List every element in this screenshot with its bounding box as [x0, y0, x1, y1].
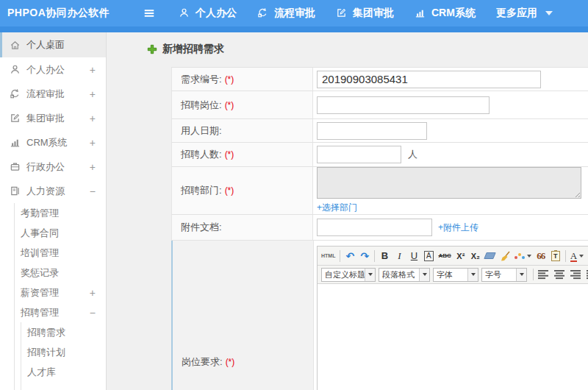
highlight-color-button[interactable]	[514, 249, 531, 263]
position-input[interactable]	[317, 96, 490, 114]
department-textarea[interactable]	[317, 167, 581, 199]
required-mark: (*)	[225, 74, 234, 85]
select-department-link[interactable]: +选择部门	[317, 202, 357, 214]
field-label-text: 岗位要求:	[182, 355, 223, 369]
nav-item-3[interactable]: 集团审批	[336, 7, 394, 20]
expand-plus-icon[interactable]: +	[90, 137, 96, 149]
unit-suffix: 人	[408, 148, 417, 161]
user-icon	[10, 64, 21, 75]
sidebar-item-7[interactable]: 人力资源−	[0, 179, 106, 203]
required-mark: (*)	[225, 100, 234, 110]
sidebar-item-3[interactable]: 流程审批+	[0, 82, 106, 106]
caret-down-icon	[545, 11, 553, 15]
sidebar-item-label: 薪资管理	[21, 286, 59, 299]
align-center-button[interactable]	[553, 269, 566, 280]
sidebar-item-15[interactable]: 招聘计划	[0, 342, 106, 362]
field-content	[313, 119, 588, 142]
expand-plus-icon[interactable]: +	[90, 287, 96, 299]
sidebar-item-label: CRM系统	[26, 136, 68, 149]
font-color-button[interactable]: A	[570, 249, 584, 263]
align-left-button[interactable]	[537, 269, 550, 280]
undo-button[interactable]: ↶	[345, 249, 355, 263]
select-label: 段落格式	[379, 269, 419, 280]
font-family-select[interactable]: 字体	[433, 268, 478, 282]
caret-down-icon	[579, 255, 584, 258]
sidebar-item-12[interactable]: 薪资管理+	[0, 283, 106, 302]
editor-toolbar-row1: HTML↶↷BIUAABCX²X₂66TAa	[318, 247, 588, 266]
html-source-button-glyph: HTML	[321, 253, 335, 258]
field-label: 附件文档:	[172, 215, 313, 240]
sidebar-item-1[interactable]: 个人桌面	[0, 32, 106, 57]
expand-plus-icon[interactable]: +	[90, 88, 96, 100]
expand-plus-icon[interactable]: +	[90, 64, 96, 76]
toolbar-separator	[533, 269, 534, 280]
user-icon	[179, 7, 190, 19]
sidebar-guide-line	[0, 382, 106, 390]
paste-text-button[interactable]: T	[551, 249, 561, 263]
redo-button[interactable]: ↷	[359, 249, 370, 263]
nav-item-2[interactable]: 流程审批	[257, 7, 315, 20]
sidebar-item-13[interactable]: 招聘管理−	[0, 302, 106, 322]
heading-select[interactable]: 自定义标题	[321, 268, 376, 282]
request-number-input[interactable]	[317, 71, 541, 88]
boxed-a-button[interactable]: A	[423, 249, 434, 263]
html-source-button[interactable]: HTML	[321, 249, 335, 263]
expand-plus-icon[interactable]: +	[90, 113, 96, 124]
nav-item-5[interactable]: 更多应用	[496, 7, 553, 20]
form-row-1: 需求编号:(*)	[171, 68, 588, 91]
hire-date-input[interactable]	[317, 122, 427, 140]
strikethrough-button[interactable]: ABC	[438, 249, 451, 263]
attachment-upload-link[interactable]: +附件上传	[438, 221, 478, 234]
bold-button[interactable]: B	[379, 249, 390, 263]
sidebar-item-9[interactable]: 人事合同	[0, 223, 106, 243]
field-label-text: 用人日期:	[181, 124, 222, 138]
form-row-2: 招聘岗位:(*)	[171, 91, 588, 119]
collapse-minus-icon[interactable]: −	[90, 307, 96, 319]
subscript-button[interactable]: X₂	[470, 249, 481, 263]
hamburger-menu-icon[interactable]	[142, 6, 157, 21]
sidebar-item-10[interactable]: 培训管理	[0, 243, 106, 263]
format-painter-button[interactable]	[500, 249, 510, 263]
collapse-minus-icon[interactable]: −	[90, 185, 96, 197]
underline-button[interactable]: U	[409, 249, 419, 263]
select-label: 字体	[434, 269, 467, 280]
superscript-button[interactable]: X²	[456, 249, 466, 263]
sidebar-item-label: 人力资源	[26, 185, 65, 198]
expand-plus-icon[interactable]: +	[90, 161, 96, 173]
align-right-button[interactable]	[569, 269, 582, 280]
paragraph-format-select[interactable]: 段落格式	[379, 268, 430, 282]
nav-item-1[interactable]: 个人办公	[179, 7, 237, 20]
font-size-select[interactable]: 字号	[481, 268, 527, 282]
chart-icon	[415, 7, 426, 19]
sidebar-item-11[interactable]: 奖惩记录	[0, 263, 106, 283]
sidebar-item-label: 考勤管理	[21, 207, 59, 220]
field-content: +选择部门	[313, 167, 588, 214]
field-content: +附件上传	[313, 215, 588, 240]
sidebar-item-8[interactable]: 考勤管理	[0, 203, 106, 223]
sidebar-item-14[interactable]: 招聘需求	[0, 322, 106, 342]
caret-down-icon	[419, 269, 429, 281]
sidebar-item-5[interactable]: CRM系统+	[0, 130, 106, 155]
italic-button[interactable]: I	[394, 249, 404, 263]
headcount-input[interactable]	[317, 146, 401, 163]
caret-down-icon	[365, 269, 375, 281]
select-label: 字号	[482, 269, 516, 280]
nav-item-4[interactable]: CRM系统	[415, 7, 476, 20]
nav-item-label: 更多应用	[496, 7, 537, 20]
field-content	[313, 91, 588, 118]
flow-icon	[10, 88, 21, 99]
sidebar-item-6[interactable]: 行政办公+	[0, 155, 106, 179]
caret-down-icon	[467, 269, 478, 281]
blockquote-button[interactable]: 66	[536, 249, 546, 263]
attachment-input[interactable]	[317, 219, 432, 236]
nav-item-label: CRM系统	[431, 7, 476, 20]
align-justify-button[interactable]	[585, 269, 588, 280]
editor-content-area[interactable]	[318, 284, 588, 390]
sidebar-item-label: 招聘管理	[21, 306, 59, 319]
field-label-text: 招聘部门:	[181, 184, 222, 197]
sidebar-item-16[interactable]: 人才库	[0, 362, 106, 382]
sidebar-item-4[interactable]: 集团审批+	[0, 106, 106, 130]
sidebar-item-2[interactable]: 个人办公+	[0, 57, 106, 82]
sidebar-item-label: 行政办公	[26, 160, 65, 174]
remove-format-button[interactable]	[485, 249, 495, 263]
